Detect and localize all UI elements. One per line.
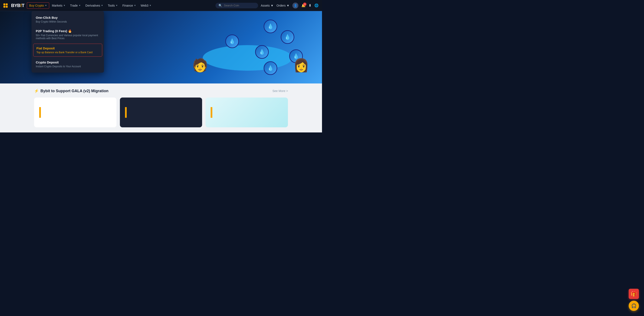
coin-icon: 💧 [281, 30, 294, 44]
news-card-2-inner [120, 98, 202, 127]
chevron-down-icon: ▼ [116, 4, 118, 6]
chevron-down-icon: ▼ [149, 4, 152, 6]
coin-icon: 💧 [225, 34, 239, 48]
news-card-2[interactable] [120, 98, 202, 127]
nav-assets[interactable]: Assets ▼ [261, 4, 274, 7]
section-header: ⚡ Bybit to Support GALA (v2) Migration S… [34, 88, 288, 93]
nav-item-trade[interactable]: Trade ▼ [68, 2, 83, 8]
logo[interactable]: BYB!T [4, 3, 24, 8]
navbar: BYB!T Buy Crypto ▼ Markets ▼ Trade ▼ Der… [0, 0, 322, 11]
nav-items: Buy Crypto ▼ Markets ▼ Trade ▼ Derivativ… [27, 2, 213, 9]
search-icon: 🔍 [218, 4, 222, 7]
chevron-down-icon: ▼ [45, 4, 47, 6]
dropdown-item-p2p[interactable]: P2P Trading (0 Fees) 🔥 50+ Fiat Currenci… [32, 26, 104, 43]
hero-pool-graphic: 💧 💧 💧 💧 💧 💧 🧑 👩 [184, 18, 311, 77]
chevron-down-icon: ▼ [63, 4, 66, 6]
p2p-subtitle: 50+ Fiat Currencies and Various popular … [36, 34, 100, 40]
crypto-deposit-subtitle: Instant Crypto Deposits to Your Account [36, 65, 100, 68]
fiat-deposit-title: Fiat Deposit [36, 46, 99, 50]
nav-item-tools[interactable]: Tools ▼ [106, 2, 120, 8]
fiat-deposit-subtitle: Top up Balance via Bank Transfer or a Ba… [36, 51, 99, 54]
language-icon[interactable]: 🌐 [314, 4, 318, 8]
news-card-3-inner [206, 98, 288, 127]
buy-crypto-dropdown: One-Click Buy Buy Crypto Within Seconds … [32, 11, 104, 72]
news-card-1[interactable] [34, 98, 116, 127]
search-bar[interactable]: 🔍 [216, 3, 258, 8]
news-card-3[interactable] [206, 98, 288, 127]
nav-orders[interactable]: Orders ▼ [276, 4, 290, 7]
coin-icon: 💧 [264, 61, 277, 75]
crypto-deposit-title: Crypto Deposit [36, 60, 100, 64]
nav-item-finance[interactable]: Finance ▼ [120, 2, 138, 8]
figure-standing: 👩 [293, 58, 309, 73]
one-click-buy-subtitle: Buy Crypto Within Seconds [36, 20, 100, 23]
section-title: ⚡ Bybit to Support GALA (v2) Migration [34, 88, 108, 93]
pool-shape [203, 45, 292, 71]
chevron-down-icon: ▼ [270, 4, 274, 7]
nav-item-markets[interactable]: Markets ▼ [50, 2, 68, 8]
dropdown-item-fiat-deposit[interactable]: Fiat Deposit Top up Balance via Bank Tra… [33, 44, 102, 57]
nav-item-buy-crypto[interactable]: Buy Crypto ▼ [27, 2, 49, 9]
news-card-1-inner [34, 98, 116, 127]
figure-sitting: 🧑 [192, 58, 208, 73]
dropdown-item-crypto-deposit[interactable]: Crypto Deposit Instant Crypto Deposits t… [32, 58, 104, 71]
dropdown-item-one-click-buy[interactable]: One-Click Buy Buy Crypto Within Seconds [32, 13, 104, 26]
grid-icon [4, 4, 8, 8]
avatar[interactable]: 👤 [292, 2, 298, 8]
chevron-down-icon: ▼ [286, 4, 290, 7]
gold-bar [125, 107, 127, 118]
nav-item-web3[interactable]: Web3 ▼ [139, 2, 154, 8]
chevron-down-icon: ▼ [101, 4, 103, 6]
nav-item-derivatives[interactable]: Derivatives ▼ [83, 2, 105, 8]
lightning-icon: ⚡ [34, 88, 39, 93]
news-cards-row [34, 98, 288, 127]
gold-bar [210, 107, 212, 118]
notification-bell[interactable]: 🔔 3 [301, 4, 306, 8]
gold-bar [39, 107, 41, 118]
see-more-button[interactable]: See More > [272, 89, 288, 93]
notification-badge: 3 [303, 2, 306, 6]
content-section: ⚡ Bybit to Support GALA (v2) Migration S… [0, 84, 322, 132]
nav-right: Assets ▼ Orders ▼ 👤 🔔 3 ⬇ 🌐 [261, 2, 318, 8]
coin-icon: 💧 [255, 45, 269, 59]
download-icon[interactable]: ⬇ [308, 4, 311, 8]
hero-illustration: 💧 💧 💧 💧 💧 💧 🧑 👩 [173, 11, 322, 84]
one-click-buy-title: One-Click Buy [36, 16, 100, 20]
logo-text: BYB!T [11, 3, 24, 8]
coin-icon: 💧 [264, 20, 277, 33]
search-input[interactable] [224, 4, 255, 7]
chevron-down-icon: ▼ [78, 4, 81, 6]
chevron-down-icon: ▼ [134, 4, 136, 6]
p2p-title: P2P Trading (0 Fees) 🔥 [36, 29, 100, 33]
